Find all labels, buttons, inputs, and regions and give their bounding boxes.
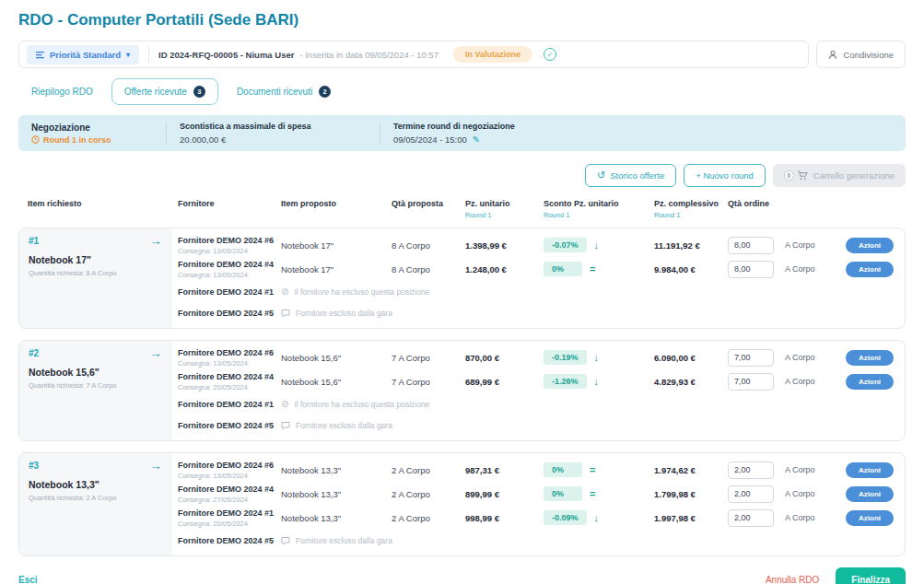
discount-cell: -0.09%↓ <box>544 510 654 525</box>
supplier-cell: Fornitore DEMO 2024 #6Consegna: 13/05/20… <box>178 461 281 480</box>
tab-documenti-ricevuti[interactable]: Documenti ricevuti 2 <box>224 78 344 105</box>
excluded-supplier-icon <box>281 421 290 430</box>
item-name: Notebook 17" <box>29 254 163 265</box>
total-price: 1.997,98 € <box>654 513 728 523</box>
item-number: #3 <box>29 461 163 471</box>
azioni-button[interactable]: Azioni <box>846 510 894 526</box>
cart-count-badge: 0 <box>784 170 794 181</box>
supplier-name: Fornitore DEMO 2024 #6 <box>178 348 281 357</box>
round-sub-label: Round 1 <box>465 211 544 219</box>
generation-cart-button[interactable]: 0 Carrello generazione <box>773 164 906 187</box>
col-item-requested: Item richiesto <box>28 199 178 208</box>
share-button[interactable]: Condivisione <box>816 41 906 68</box>
discount-value: 20.000,00 € <box>180 134 367 145</box>
trend-equal-icon: = <box>590 488 595 499</box>
azioni-button[interactable]: Azioni <box>846 374 894 390</box>
offer-history-button[interactable]: ↺ Storico offerte <box>585 164 676 187</box>
order-qty-input[interactable]: 7,00 <box>728 373 774 391</box>
offer-rows: Fornitore DEMO 2024 #6Consegna: 13/05/20… <box>172 341 905 440</box>
tab-riepilogo-rdo[interactable]: Riepilogo RDO <box>18 79 106 104</box>
rdo-page: RDO - Computer Portatili (Sede BARI) Pri… <box>0 0 924 584</box>
azioni-button[interactable]: Azioni <box>846 238 894 253</box>
status-badge: In Valutazione <box>453 46 532 63</box>
priority-dropdown[interactable]: Priorità Standard ▾ <box>27 45 139 64</box>
order-unit-label: A Corpo <box>776 377 836 386</box>
item-proposed: Notebook 13,3" <box>281 513 392 523</box>
exit-link[interactable]: Esci <box>18 575 38 584</box>
actions-cell: Azioni <box>836 262 895 277</box>
unit-price: 1.248,00 € <box>465 264 544 274</box>
cart-label: Carrello generazione <box>813 170 895 181</box>
supplier-name: Fornitore DEMO 2024 #4 <box>178 485 281 494</box>
new-round-button[interactable]: + Nuovo round <box>684 164 766 187</box>
offer-row: Fornitore DEMO 2024 #1⊘Il fornitore ha e… <box>178 281 895 302</box>
offer-group: #2→Notebook 15,6"Quantità richiesta: 7 A… <box>18 340 906 441</box>
delivery-date: Consegna: 20/05/2024 <box>178 520 281 528</box>
discount-cell: 0%= <box>544 262 654 276</box>
cancel-rdo-link[interactable]: Annulla RDO <box>766 575 819 584</box>
order-unit-label: A Corpo <box>776 264 836 274</box>
rdo-info-bar: Priorità Standard ▾ ID 2024-RFQ-00005 - … <box>18 41 809 68</box>
excluded-position-icon: ⊘ <box>281 287 288 297</box>
item-arrow-icon: → <box>149 458 162 473</box>
order-qty-input[interactable]: 8,00 <box>728 237 774 254</box>
supplier-name: Fornitore DEMO 2024 #4 <box>178 372 281 381</box>
offer-row: Fornitore DEMO 2024 #5Fornitore escluso … <box>178 302 895 323</box>
discount-badge: 0% <box>544 462 582 477</box>
order-qty-input[interactable]: 2,00 <box>728 509 774 527</box>
supplier-cell: Fornitore DEMO 2024 #5 <box>178 536 281 545</box>
tab-offerte-ricevute[interactable]: Offerte ricevute 3 <box>111 78 218 105</box>
offer-group: #3→Notebook 13,3"Quantità richiesta: 2 A… <box>18 452 906 556</box>
discount-cell: -1.26%↓ <box>544 374 654 389</box>
azioni-button[interactable]: Azioni <box>846 262 894 277</box>
col-unit-discount: Sconto Pz. unitario Round 1 <box>544 199 654 219</box>
share-label: Condivisione <box>844 50 894 60</box>
total-price: 9.984,00 € <box>654 264 728 274</box>
trend-down-icon: ↓ <box>594 376 600 387</box>
negotiation-bar: Negoziazione Round 1 in corso Scontistic… <box>18 115 906 151</box>
excluded-supplier-icon <box>281 309 290 318</box>
azioni-button[interactable]: Azioni <box>846 350 894 366</box>
item-name: Notebook 13,3" <box>29 479 163 490</box>
order-qty-input[interactable]: 8,00 <box>728 261 774 278</box>
item-number: #1 <box>29 236 163 246</box>
azioni-button[interactable]: Azioni <box>846 462 894 478</box>
supplier-name: Fornitore DEMO 2024 #5 <box>178 309 281 318</box>
offers-toolbar: ↺ Storico offerte + Nuovo round 0 Carrel… <box>18 164 906 187</box>
order-qty-input[interactable]: 2,00 <box>728 485 774 503</box>
divider <box>148 46 149 63</box>
tab-label: Offerte ricevute <box>124 87 187 97</box>
order-qty-input[interactable]: 2,00 <box>728 461 774 479</box>
col-unit-price: Pz. unitario Round 1 <box>465 199 544 219</box>
discount-cell: -0.07%↓ <box>544 238 654 252</box>
item-requested-cell: #2→Notebook 15,6"Quantità richiesta: 7 A… <box>19 341 172 440</box>
unit-price: 1.398,99 € <box>465 240 544 251</box>
order-qty-input[interactable]: 7,00 <box>728 349 774 367</box>
qty-proposed: 8 A Corpo <box>392 240 465 251</box>
offers-table-header: Item richiesto Fornitore Item proposto Q… <box>18 199 906 219</box>
discount-cell: 0%= <box>544 462 654 477</box>
finalize-button[interactable]: Finalizza <box>836 567 906 584</box>
discount-badge: 0% <box>544 486 582 501</box>
excluded-message: Fornitore escluso dalla gara <box>281 536 776 545</box>
discount-section: Scontistica a massimale di spesa 20.000,… <box>166 122 380 145</box>
delivery-date: Consegna: 13/05/2024 <box>178 472 281 480</box>
item-qty-note: Quantità richiesta: 8 A Corpo <box>29 269 163 277</box>
page-footer: Esci Annulla RDO Finalizza <box>18 567 906 584</box>
col-total-price: Pz. complessivo Round 1 <box>654 199 728 219</box>
excluded-supplier-icon <box>281 536 290 545</box>
excluded-text: Il fornitore ha escluso questa posizione <box>294 400 429 409</box>
excluded-message: Fornitore escluso dalla gara <box>281 421 776 430</box>
round-sub-label: Round 1 <box>654 211 728 219</box>
trend-down-icon: ↓ <box>594 352 600 363</box>
item-arrow-icon: → <box>149 233 162 248</box>
edit-icon[interactable]: ✎ <box>473 134 480 145</box>
trend-down-icon: ↓ <box>594 239 600 251</box>
rdo-inserted-text: - Inserita in data 09/05/2024 - 10:57 <box>299 50 439 60</box>
supplier-cell: Fornitore DEMO 2024 #1 <box>178 287 281 297</box>
offer-rows: Fornitore DEMO 2024 #6Consegna: 13/05/20… <box>172 228 905 328</box>
cart-icon <box>797 170 808 181</box>
history-icon: ↺ <box>597 170 605 181</box>
azioni-button[interactable]: Azioni <box>846 486 894 502</box>
trend-equal-icon: = <box>590 464 595 475</box>
